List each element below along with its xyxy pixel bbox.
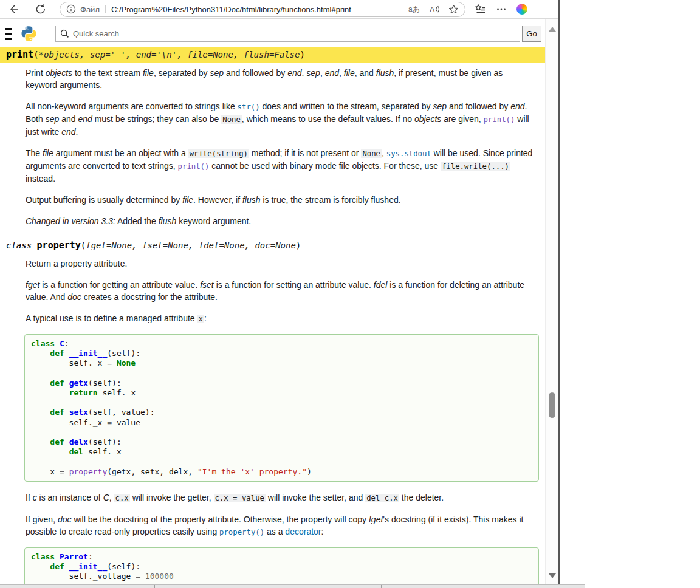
text-segment: , and xyxy=(355,68,376,78)
code-line: self._voltage = 100000 xyxy=(31,572,532,581)
text-segment: will be the docstring of the property at… xyxy=(72,514,369,524)
code-line: self._x = None xyxy=(31,358,532,368)
paragraph: Return a property attribute. xyxy=(26,258,537,270)
scrollbar-thumb[interactable] xyxy=(549,392,555,418)
text-segment: , xyxy=(320,68,325,78)
paragraph: The file argument must be an object with… xyxy=(26,147,537,185)
inline-link[interactable]: print() xyxy=(178,162,210,171)
search-form: Go xyxy=(55,26,541,42)
code-line: class Parrot: xyxy=(31,552,532,562)
paragraph: Output buffering is usually determined b… xyxy=(26,194,537,206)
address-bar[interactable]: Файл C:/Program%20Files/Python311/Doc/ht… xyxy=(60,2,465,17)
scrollbar[interactable] xyxy=(545,19,558,584)
scroll-up-arrow-icon[interactable] xyxy=(549,27,556,32)
text-segment: doc xyxy=(58,514,72,524)
text-segment: c.x = value xyxy=(214,494,266,502)
text-segment: is true, the stream is forcibly flushed. xyxy=(261,195,401,205)
inline-link[interactable]: sys.stdout xyxy=(386,149,431,158)
search-input[interactable] xyxy=(55,26,520,42)
refresh-icon xyxy=(35,3,47,15)
menu-button[interactable] xyxy=(5,26,12,43)
text-segment: fset xyxy=(200,280,214,290)
hamburger-icon xyxy=(5,28,12,30)
text-segment: will invoke the getter, xyxy=(130,493,214,502)
text-segment: end xyxy=(510,101,524,111)
text-segment: keyword argument. xyxy=(176,216,251,226)
text-segment: end xyxy=(78,114,92,124)
text-segment: instead. xyxy=(26,174,55,183)
browser-window: Файл C:/Program%20Files/Python311/Doc/ht… xyxy=(0,0,558,584)
code-line: def __init__(self): xyxy=(31,349,532,358)
text-segment: fdel xyxy=(374,280,388,290)
text-segment: : xyxy=(321,527,324,536)
paragraph: Print objects to the text stream file, s… xyxy=(26,67,537,91)
text-segment: print xyxy=(6,49,33,60)
text-segment: must be strings; they can also be xyxy=(92,114,221,124)
print-signature: print(*objects, sep=' ', end='\n', file=… xyxy=(0,47,545,63)
text-segment: If given, xyxy=(26,514,58,524)
text-segment: fget xyxy=(369,514,383,524)
python-logo[interactable] xyxy=(21,26,37,42)
back-icon xyxy=(8,3,20,15)
go-button[interactable]: Go xyxy=(522,26,541,42)
refresh-button[interactable] xyxy=(32,1,50,17)
text-segment: end xyxy=(325,68,339,78)
text-segment: sep xyxy=(210,68,224,78)
code-block-parrot-example: class Parrot: def __init__(self): self._… xyxy=(24,547,539,584)
text-segment: If xyxy=(26,493,33,502)
site-label: Файл xyxy=(80,5,100,14)
text-segment: None xyxy=(221,115,242,124)
text-segment: is a function for setting an attribute v… xyxy=(214,280,374,290)
text-segment: method; if it is not present or xyxy=(249,148,361,158)
inline-link[interactable]: str() xyxy=(238,103,260,111)
inline-link[interactable]: property() xyxy=(219,528,264,536)
code-line: self._x = value xyxy=(31,418,532,428)
paragraph: If c is an instance of C, c.x will invok… xyxy=(26,491,537,504)
translate-icon[interactable]: aあ xyxy=(408,4,420,15)
browser-toolbar: Файл C:/Program%20Files/Python311/Doc/ht… xyxy=(0,0,558,19)
text-segment: x xyxy=(197,315,204,323)
read-aloud-icon[interactable]: A xyxy=(428,4,440,15)
text-segment: Added the xyxy=(115,216,159,226)
text-segment: cannot be used with binary mode file obj… xyxy=(209,161,441,171)
text-segment: argument must be an object with a xyxy=(53,148,188,158)
text-segment: file xyxy=(43,148,53,158)
text-segment: flush xyxy=(242,195,261,205)
text-segment: will invoke the setter, and xyxy=(266,493,365,502)
favorite-star-icon[interactable] xyxy=(448,4,459,15)
taskbar-divider xyxy=(381,585,382,588)
copilot-icon[interactable] xyxy=(516,4,527,15)
text-segment: None xyxy=(361,149,382,158)
more-options-icon[interactable] xyxy=(496,4,507,15)
inline-link[interactable]: decorator xyxy=(285,527,321,536)
code-line xyxy=(31,428,532,437)
url-text[interactable]: C:/Program%20Files/Python311/Doc/html/li… xyxy=(111,5,403,14)
code-line: del self._x xyxy=(31,447,532,457)
text-segment: file.write(...) xyxy=(441,162,510,171)
inline-link[interactable]: print() xyxy=(484,115,515,124)
back-button[interactable] xyxy=(5,1,23,17)
text-segment: and xyxy=(59,114,78,124)
text-segment: the deleter. xyxy=(399,493,444,502)
text-segment: is a function for getting an attribute v… xyxy=(39,280,200,290)
divider xyxy=(105,5,106,13)
paragraph: All non-keyword arguments are converted … xyxy=(26,100,537,138)
search-icon xyxy=(60,29,69,38)
code-line xyxy=(31,457,532,467)
text-segment: and followed by xyxy=(224,68,287,78)
taskbar-divider xyxy=(405,585,405,588)
text-segment: is an instance of xyxy=(37,493,103,502)
text-segment: and followed by xyxy=(447,101,510,111)
favorites-hub-icon[interactable] xyxy=(474,4,486,15)
text-segment: , which means to use the default values.… xyxy=(242,114,414,124)
text-segment: C xyxy=(103,493,109,502)
code-line: def __init__(self): xyxy=(31,562,532,572)
scroll-down-arrow-icon[interactable] xyxy=(549,573,556,578)
text-segment: class xyxy=(6,241,37,250)
text-segment: *objects, sep=' ', end='\n', file=None, … xyxy=(39,50,300,60)
text-segment: are given, xyxy=(441,114,483,124)
info-icon[interactable] xyxy=(66,4,76,14)
text-segment: , xyxy=(109,493,114,502)
text-segment: fget=None, fset=None, fdel=None, doc=Non… xyxy=(86,241,296,250)
property-description: Return a property attribute. fget is a f… xyxy=(26,258,537,584)
